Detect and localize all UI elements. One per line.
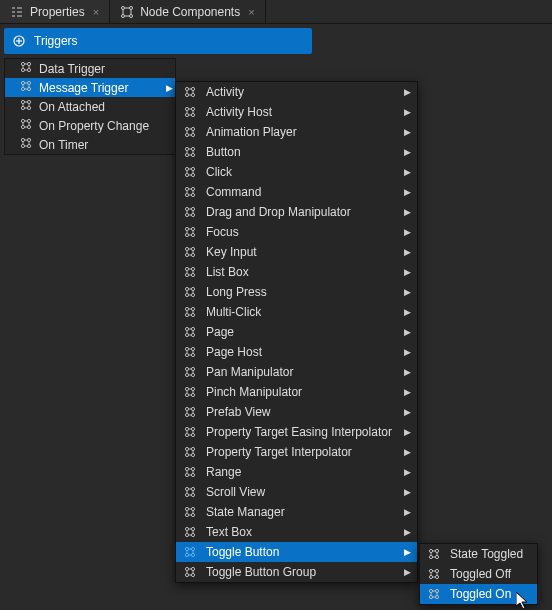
context-menu-item[interactable]: List Box▶ xyxy=(176,262,417,282)
tree-item[interactable]: On Attached xyxy=(5,97,175,116)
context-menu-item[interactable]: Click▶ xyxy=(176,162,417,182)
context-menu-item[interactable]: Focus▶ xyxy=(176,222,417,242)
svg-point-204 xyxy=(191,453,194,456)
context-menu-item[interactable]: Toggled Off xyxy=(420,564,537,584)
component-icon xyxy=(182,204,198,220)
menu-item-label: Long Press xyxy=(206,285,396,299)
svg-point-267 xyxy=(429,575,432,578)
context-menu-item[interactable]: Range▶ xyxy=(176,462,417,482)
menu-item-label: Key Input xyxy=(206,245,396,259)
svg-point-147 xyxy=(185,313,188,316)
svg-point-137 xyxy=(185,287,188,290)
svg-point-7 xyxy=(130,6,133,9)
svg-point-66 xyxy=(191,107,194,110)
svg-point-202 xyxy=(191,447,194,450)
trigger-type-icon xyxy=(19,79,33,96)
component-icon xyxy=(182,124,198,140)
context-menu-item[interactable]: Activity Host▶ xyxy=(176,102,417,122)
svg-point-211 xyxy=(185,473,188,476)
context-menu-item[interactable]: Page Host▶ xyxy=(176,342,417,362)
context-menu-item[interactable]: Activity▶ xyxy=(176,82,417,102)
svg-point-83 xyxy=(185,153,188,156)
chevron-right-icon: ▶ xyxy=(404,207,411,217)
context-menu-item[interactable]: Toggled On xyxy=(420,584,537,604)
menu-item-label: Pinch Manipulator xyxy=(206,385,396,399)
properties-tab-icon xyxy=(10,5,24,19)
svg-point-156 xyxy=(191,333,194,336)
menu-item-label: Animation Player xyxy=(206,125,396,139)
message-trigger-submenu: Activity▶Activity Host▶Animation Player▶… xyxy=(175,81,418,583)
component-icon xyxy=(182,504,198,520)
menu-item-label: State Toggled xyxy=(450,547,531,561)
tree-item[interactable]: On Property Change xyxy=(5,116,175,135)
svg-point-218 xyxy=(191,487,194,490)
tab-node-components[interactable]: Node Components × xyxy=(110,0,266,23)
svg-point-51 xyxy=(21,144,24,147)
svg-point-234 xyxy=(191,527,194,530)
chevron-right-icon: ▶ xyxy=(404,467,411,477)
context-menu-item[interactable]: Page▶ xyxy=(176,322,417,342)
component-icon xyxy=(182,464,198,480)
context-menu-item[interactable]: Toggle Button▶ xyxy=(176,542,417,562)
context-menu-item[interactable]: Animation Player▶ xyxy=(176,122,417,142)
triggers-header-icon xyxy=(12,34,26,48)
close-icon[interactable]: × xyxy=(248,6,254,18)
triggers-section-header[interactable]: Triggers xyxy=(4,28,312,54)
svg-point-33 xyxy=(21,100,24,103)
tree-item[interactable]: Message Trigger▶ xyxy=(5,78,175,97)
svg-point-225 xyxy=(185,507,188,510)
context-menu-item[interactable]: Property Target Easing Interpolator▶ xyxy=(176,422,417,442)
context-menu-item[interactable]: Prefab View▶ xyxy=(176,402,417,422)
tree-item[interactable]: Data Trigger xyxy=(5,59,175,78)
svg-point-65 xyxy=(185,107,188,110)
component-icon xyxy=(182,424,198,440)
svg-point-154 xyxy=(191,327,194,330)
chevron-right-icon: ▶ xyxy=(404,487,411,497)
menu-item-label: Prefab View xyxy=(206,405,396,419)
context-menu-item[interactable]: Drag and Drop Manipulator▶ xyxy=(176,202,417,222)
svg-point-122 xyxy=(191,247,194,250)
svg-point-187 xyxy=(185,413,188,416)
context-menu-item[interactable]: Toggle Button Group▶ xyxy=(176,562,417,582)
context-menu-item[interactable]: Text Box▶ xyxy=(176,522,417,542)
svg-point-186 xyxy=(191,407,194,410)
context-menu-item[interactable]: Command▶ xyxy=(176,182,417,202)
chevron-right-icon: ▶ xyxy=(404,567,411,577)
tab-properties[interactable]: Properties × xyxy=(0,0,110,23)
context-menu-item[interactable]: Pan Manipulator▶ xyxy=(176,362,417,382)
chevron-right-icon: ▶ xyxy=(166,83,173,93)
svg-point-98 xyxy=(191,187,194,190)
context-menu-item[interactable]: Multi-Click▶ xyxy=(176,302,417,322)
svg-point-81 xyxy=(185,147,188,150)
svg-point-50 xyxy=(27,138,30,141)
context-menu-item[interactable]: Key Input▶ xyxy=(176,242,417,262)
svg-point-180 xyxy=(191,393,194,396)
chevron-right-icon: ▶ xyxy=(404,187,411,197)
close-icon[interactable]: × xyxy=(93,6,99,18)
context-menu-item[interactable]: Scroll View▶ xyxy=(176,482,417,502)
trigger-type-icon xyxy=(19,136,33,153)
chevron-right-icon: ▶ xyxy=(404,167,411,177)
component-icon xyxy=(182,524,198,540)
svg-point-57 xyxy=(185,87,188,90)
toggle-event-icon xyxy=(426,566,442,582)
svg-point-49 xyxy=(21,138,24,141)
svg-point-92 xyxy=(191,173,194,176)
svg-point-123 xyxy=(185,253,188,256)
svg-point-67 xyxy=(185,113,188,116)
tree-item[interactable]: On Timer xyxy=(5,135,175,154)
context-menu-item[interactable]: Pinch Manipulator▶ xyxy=(176,382,417,402)
svg-point-114 xyxy=(191,227,194,230)
context-menu-item[interactable]: Property Target Interpolator▶ xyxy=(176,442,417,462)
svg-point-145 xyxy=(185,307,188,310)
menu-item-label: Click xyxy=(206,165,396,179)
context-menu-item[interactable]: State Manager▶ xyxy=(176,502,417,522)
tab-label: Node Components xyxy=(140,5,240,19)
menu-item-label: Focus xyxy=(206,225,396,239)
context-menu-item[interactable]: Button▶ xyxy=(176,142,417,162)
svg-point-35 xyxy=(21,106,24,109)
menu-item-label: Text Box xyxy=(206,525,396,539)
chevron-right-icon: ▶ xyxy=(404,127,411,137)
context-menu-item[interactable]: State Toggled xyxy=(420,544,537,564)
context-menu-item[interactable]: Long Press▶ xyxy=(176,282,417,302)
